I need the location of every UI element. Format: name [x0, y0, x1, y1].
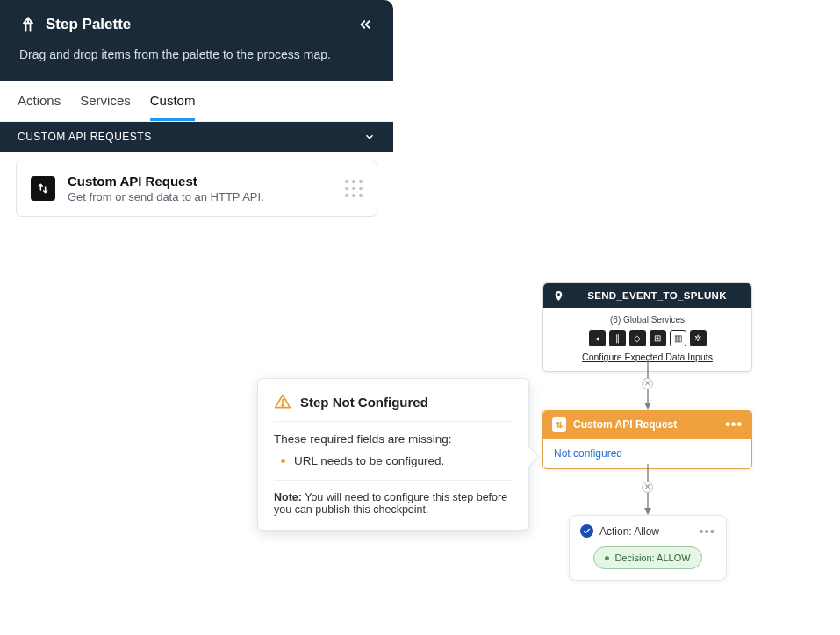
card-desc: Get from or send data to an HTTP API. — [68, 190, 333, 203]
callout-message: These required fields are missing: — [274, 432, 513, 446]
node-send-event-to-splunk[interactable]: SEND_EVENT_TO_SPLUNK (6) Global Services… — [542, 282, 752, 372]
node-action-allow[interactable]: Action: Allow ••• Decision: ALLOW — [569, 515, 727, 581]
edge-add-button[interactable]: ✕ — [642, 482, 653, 493]
providers-count: (6) Global Services — [610, 315, 685, 325]
step-not-configured-callout: Step Not Configured These required field… — [257, 378, 529, 531]
callout-missing-item: URL needs to be configured. — [281, 454, 513, 467]
sidebar-subtitle: Drag and drop items from the palette to … — [19, 47, 374, 61]
api-swap-icon — [31, 176, 55, 201]
palette-icon — [19, 16, 37, 33]
decision-label: Decision: ALLOW — [614, 553, 690, 563]
category-custom-api-requests[interactable]: CUSTOM API REQUESTS — [0, 122, 393, 152]
chevron-down-icon — [363, 131, 376, 143]
sidebar-header: Step Palette Drag and drop items from th… — [0, 0, 393, 81]
provider-icon: ▥ — [670, 330, 686, 346]
card-title: Custom API Request — [68, 174, 333, 189]
start-node-title: SEND_EVENT_TO_SPLUNK — [571, 290, 743, 301]
provider-icon: ◂ — [589, 330, 606, 346]
configure-expected-data-inputs-link[interactable]: Configure Expected Data Inputs — [582, 352, 713, 362]
node-custom-api-request[interactable]: ⇅ Custom API Request ••• Not configured — [542, 410, 752, 469]
edge-add-button[interactable]: ✕ — [642, 378, 653, 389]
provider-icon: ✲ — [690, 330, 707, 346]
sidebar-title: Step Palette — [46, 16, 348, 33]
category-label: CUSTOM API REQUESTS — [18, 131, 152, 143]
tab-actions[interactable]: Actions — [18, 81, 61, 121]
callout-title: Step Not Configured — [300, 395, 428, 410]
allow-node-title: Action: Allow — [599, 525, 693, 538]
provider-icon: ◇ — [629, 330, 646, 346]
status-dot-icon — [605, 556, 609, 560]
callout-note: Note: You will need to configure this st… — [274, 480, 513, 516]
svg-marker-3 — [644, 508, 651, 515]
tab-custom[interactable]: Custom — [150, 81, 196, 121]
svg-marker-1 — [644, 403, 651, 410]
api-node-icon: ⇅ — [552, 417, 566, 432]
drag-handle-icon[interactable] — [345, 180, 363, 197]
svg-point-5 — [282, 404, 284, 406]
provider-icon: ⊞ — [650, 330, 666, 346]
step-palette-sidebar: Step Palette Drag and drop items from th… — [0, 0, 393, 635]
api-node-title: Custom API Request — [573, 418, 718, 431]
provider-icon-row: ◂ ∥ ◇ ⊞ ▥ ✲ — [589, 330, 707, 346]
warning-triangle-icon — [274, 393, 291, 410]
palette-tabs: Actions Services Custom — [0, 81, 393, 122]
node-menu-button[interactable]: ••• — [699, 524, 715, 538]
palette-card-list: Custom API Request Get from or send data… — [0, 152, 393, 225]
palette-card-custom-api-request[interactable]: Custom API Request Get from or send data… — [16, 161, 377, 217]
process-map-canvas[interactable]: SEND_EVENT_TO_SPLUNK (6) Global Services… — [393, 0, 840, 635]
decision-pill: Decision: ALLOW — [593, 546, 701, 569]
check-circle-icon — [580, 524, 593, 538]
location-pin-icon — [552, 289, 564, 302]
provider-icon: ∥ — [609, 330, 626, 346]
collapse-sidebar-button[interactable] — [356, 16, 374, 33]
node-menu-button[interactable]: ••• — [725, 417, 743, 432]
api-node-status[interactable]: Not configured — [543, 439, 751, 468]
tab-services[interactable]: Services — [80, 81, 131, 121]
